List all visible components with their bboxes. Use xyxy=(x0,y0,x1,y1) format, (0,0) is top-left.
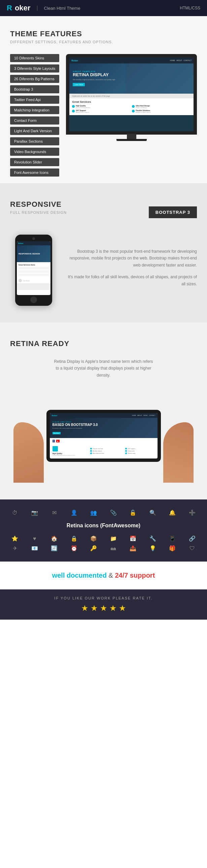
feature-tag: 26 Diferents Bg Patterns xyxy=(10,75,59,83)
tablet-screen: Roker HOME ABOUT WORK CONTACT CLEAN AND … xyxy=(50,413,157,459)
monitor-hero-btn[interactable]: Learn More xyxy=(73,83,85,86)
check-dot xyxy=(125,448,127,450)
responsive-text: Bootstrap 3 is the most popular front-en… xyxy=(64,248,197,292)
star-icon: ★ xyxy=(119,603,126,613)
feature-tag: Light And Dark Version xyxy=(10,127,59,135)
service-text: Ultra Html Design Simple and Always xyxy=(136,105,150,108)
phone-services-title: Great Services Items xyxy=(19,264,49,266)
check-dot xyxy=(90,450,92,452)
monitor-services-title: Great Services xyxy=(72,100,191,103)
monitor-hero-big: RETINA DISPLAY xyxy=(73,72,115,77)
tablet-check-item: More features here xyxy=(90,453,117,454)
responsive-section: RESPONSIVE FULL RESPONSIVE DESIGN BOOTST… xyxy=(0,183,207,322)
logo-divider: | xyxy=(36,5,38,11)
icon-item: 💡 xyxy=(145,545,161,552)
monitor-nav-links: HOME ABOUT CONTACT xyxy=(170,59,191,61)
tablet-hero-btn[interactable]: Buy Now xyxy=(52,432,60,434)
responsive-content: Roken RESPONSIVE DESIGN Great Services I… xyxy=(10,235,197,306)
nav-link-3: CONTACT xyxy=(183,59,191,61)
icon-item: 📅 xyxy=(125,535,141,542)
icon-item: ✈ xyxy=(7,545,23,552)
check-text: Another feature xyxy=(93,450,102,452)
responsive-para-2: It's made for folks of all skill levels,… xyxy=(64,274,197,287)
monitor-screen: Roker HOME ABOUT CONTACT GREAT TEMPLATE … xyxy=(69,57,193,131)
theme-features-section: THEME FEATURES DIFFERENT SETTINGS, FEATU… xyxy=(0,16,207,183)
check-text: More features here xyxy=(93,453,104,454)
check-text: 24/7 support xyxy=(128,448,135,450)
tablet-services-section: High Quality Unique Infiniting Markup se… xyxy=(50,444,157,459)
monitor-hero-image xyxy=(125,63,193,94)
monitor-stand xyxy=(66,134,197,141)
monitor-bar: Implement an action bar at any section o… xyxy=(69,94,193,98)
retina-title: RETINA READY xyxy=(10,339,197,348)
tablet-col-3: 24/7 support Clean code Retina ready xyxy=(123,446,155,457)
feature-tag: Bootstrap 3 xyxy=(10,85,59,93)
icon-item: 📎 xyxy=(105,509,122,516)
service-icon xyxy=(132,110,135,113)
feature-tag: Parallax Sections xyxy=(10,137,59,145)
service-text: Flexible Solutions Multiple template opt… xyxy=(136,110,151,113)
icon-item: 🎁 xyxy=(164,545,181,552)
check-dot xyxy=(90,453,92,454)
icons-grid-top: ⏱📷✉👤👥📎🔓🔍🔔➕ xyxy=(7,509,200,516)
phone-home-button[interactable] xyxy=(30,297,37,303)
monitor-logo: Roker xyxy=(71,59,78,62)
monitor-services-grid: High Quality Unique Infiniting Markup Ul… xyxy=(72,105,191,113)
hand-right xyxy=(163,422,193,483)
phone-mockup: Roken RESPONSIVE DESIGN Great Services I… xyxy=(10,235,57,306)
check-text: Feature one here xyxy=(93,448,103,450)
rate-section: IF YOU LIKE OUR WORK PLEASE RATE IT. ★★★… xyxy=(0,589,207,620)
monitor-outer: Roker HOME ABOUT CONTACT GREAT TEMPLATE … xyxy=(66,54,197,134)
icon-item: 📷 xyxy=(27,509,43,516)
cta-green: well documented xyxy=(52,571,107,579)
tablet-nav-link: CONTACT xyxy=(149,414,155,416)
feature-tag: Font Awesome Icons xyxy=(10,168,59,177)
star-icon: ★ xyxy=(109,603,117,613)
icon-item: 🔄 xyxy=(46,545,62,552)
tablet-check-item: Retina ready xyxy=(125,453,152,454)
icon-item: 📤 xyxy=(125,545,141,552)
service-desc: Multiple template options xyxy=(136,112,151,113)
phone-nav: Roken xyxy=(17,241,51,245)
feature-tag: 10 Diferents Skins xyxy=(10,54,59,62)
monitor-neck xyxy=(127,134,136,139)
check-text: Retina ready xyxy=(128,453,136,454)
tablet-hero-content: CLEAN AND EASY BASED ON BOOTSTRAP 3.0 Bo… xyxy=(52,421,98,435)
phone-service-item xyxy=(19,274,49,276)
phone-screen: Roken RESPONSIVE DESIGN Great Services I… xyxy=(17,241,51,295)
monitor-service-item: High Quality Unique Infiniting Markup xyxy=(72,105,131,108)
tablet-checklist-2: 24/7 support Clean code Retina ready xyxy=(123,446,155,457)
logo-tagline: Clean Html Theme xyxy=(44,6,80,11)
header-nav: HTML/CSS xyxy=(180,6,200,10)
icon-item: 🛡 xyxy=(184,545,201,552)
icon-item: 🔗 xyxy=(184,535,201,542)
star-icon: ★ xyxy=(81,603,88,613)
logo-text: oker xyxy=(15,4,30,12)
phone-hero-text: RESPONSIVE DESIGN xyxy=(19,253,40,255)
service-desc: Always Online support xyxy=(76,112,89,113)
icon-item: 📧 xyxy=(27,545,43,552)
cta-section: well documented & 24/7 support xyxy=(0,562,207,589)
check-text: Clean code xyxy=(128,450,135,452)
star-icon: ★ xyxy=(100,603,107,613)
tablet-check-item: Another feature xyxy=(90,450,117,452)
tablet-hero-sub: Bootstrap is the most popular front-end … xyxy=(52,427,98,429)
monitor-hero-sub: We develop original products, innovative… xyxy=(73,79,115,81)
icon-item: ♥ xyxy=(27,535,43,542)
nav-link-2: ABOUT xyxy=(176,59,182,61)
icons-grid-bottom2: ✈📧🔄⏰🔑🏘📤💡🎁🛡 xyxy=(7,545,200,552)
check-dot xyxy=(125,450,127,452)
service-desc: Simple and Always xyxy=(136,107,150,108)
retina-desc: Retina Display is Apple's brand name ter… xyxy=(53,358,154,379)
header: Roker | Clean Html Theme HTML/CSS xyxy=(0,0,207,16)
icon-item: 📁 xyxy=(105,535,122,542)
icon-item: 👥 xyxy=(85,509,102,516)
phone-logo: Roken xyxy=(18,242,23,244)
icon-item: 📦 xyxy=(85,535,102,542)
tablet-col-2: Feature one here Another feature More fe… xyxy=(87,446,120,457)
icon-item: 📱 xyxy=(164,535,181,542)
feature-tag: Twitter Feed Api xyxy=(10,96,59,104)
monitor-nav: Roker HOME ABOUT CONTACT xyxy=(69,57,193,63)
monitor-hero-text: GREAT TEMPLATE RETINA DISPLAY We develop… xyxy=(73,70,115,87)
monitor-service-item: Ultra Html Design Simple and Always xyxy=(132,105,191,108)
